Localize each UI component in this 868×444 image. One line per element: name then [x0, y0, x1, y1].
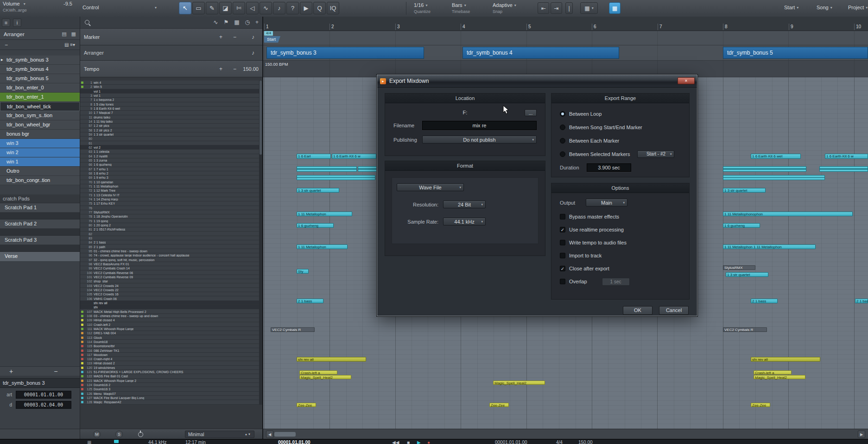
tempo-event[interactable]: 150.00 BPM: [265, 62, 288, 67]
arranger-lane[interactable]: tdr_symb_bonus 3 tdr_symb_bonus 4 tdr_sy…: [263, 45, 868, 61]
track-row[interactable]: 3 vol 1: [80, 94, 262, 98]
audio-clip[interactable]: Zee-Zee: [751, 403, 770, 407]
split-view-button[interactable]: |: [565, 2, 573, 14]
audio-clip[interactable]: [723, 166, 806, 172]
arranger-section-item[interactable]: tdr_bon_enter_0: [0, 83, 80, 93]
control-selector[interactable]: Control ▾: [82, 5, 157, 10]
output-dropdown[interactable]: Main ▾: [586, 199, 627, 206]
audio-clip[interactable]: Crash-left a: [299, 370, 337, 375]
track-row[interactable]: 71 1 11 Metallophon: [80, 184, 262, 188]
track-row[interactable]: 67 1 7 erhu 1: [80, 167, 262, 171]
timeline-ruler[interactable]: 1 2 3 4 5 6 7 8 9 10: [263, 17, 868, 31]
audio-clip[interactable]: VEC2 Cymbals R: [271, 327, 315, 332]
clock-icon[interactable]: ◷: [245, 19, 250, 25]
scroll-right-button[interactable]: ▶: [858, 431, 865, 438]
record-icon[interactable]: ●: [427, 440, 430, 444]
remove-section-button[interactable]: −: [5, 42, 8, 48]
time-display[interactable]: 00001.01.01.00: [278, 440, 310, 444]
overlap-length-field[interactable]: 1 sec: [602, 278, 630, 286]
tempo-remove-icon[interactable]: −: [233, 66, 236, 72]
track-row[interactable]: 79 1 19 gong: [80, 219, 262, 223]
track-row[interactable]: 69 1 9 erhu 3: [80, 175, 262, 180]
marker-flag-icon[interactable]: ⚑: [223, 19, 228, 25]
scroll-left-button[interactable]: ◀: [266, 431, 273, 438]
add-button[interactable]: +: [9, 368, 13, 375]
samplerate-dropdown[interactable]: 44.1 kHz ▾: [443, 218, 486, 225]
track-row[interactable]: 117 Moodown: [80, 353, 262, 357]
export-path[interactable]: F:: [463, 110, 468, 115]
arranger-section-item[interactable]: tdr_symb_bonus 5: [0, 74, 80, 83]
arranger-section-item[interactable]: tdr_bon_sym_s..tion: [0, 111, 80, 120]
track-row[interactable]: 73 1 13 Celesta IV IT: [80, 193, 262, 197]
track-row[interactable]: 65 1 3 zurna: [80, 158, 262, 163]
audio-clip[interactable]: 1 6 guzheng: [297, 223, 334, 228]
track-row[interactable]: 112 DRE1-YAB 004: [80, 331, 262, 335]
option-checkbox-row[interactable]: Import to track: [551, 249, 689, 262]
audio-clip[interactable]: 1 6 Earth Kit 6 w: [332, 154, 376, 159]
track-row[interactable]: 59 1 3 str quartet: [80, 132, 262, 137]
autoscroll-right-button[interactable]: ⇥: [551, 2, 562, 14]
automation-icon[interactable]: ∿: [213, 19, 218, 25]
track-row[interactable]: 64 1 2 nyatiti: [80, 154, 262, 158]
track-row[interactable]: 14 1 11 big taiko: [80, 119, 262, 124]
track-row[interactable]: 124 Doumb16 2: [80, 383, 262, 387]
marker-music-icon[interactable]: ♪: [252, 34, 254, 40]
audio-clip[interactable]: 1 11 Metallophon: [297, 212, 352, 216]
track-scrollbar[interactable]: [259, 81, 262, 405]
menu-icon[interactable]: ≡: [2, 19, 10, 27]
marker-lane-header[interactable]: Marker + − ♪: [80, 29, 262, 45]
arranger-section-item[interactable]: bonus bgr: [0, 130, 80, 139]
audio-clip[interactable]: 2 1 bass: [751, 299, 778, 303]
track-row[interactable]: 121 51-FIREWORKS + LARGE EXPLOSIONS, CRO…: [80, 370, 262, 374]
track-row[interactable]: 1 win 4: [80, 81, 262, 85]
audio-clip[interactable]: 2 1 bas: [855, 299, 868, 303]
options-icon[interactable]: ▤ ≡▾: [64, 42, 75, 47]
mute-tool[interactable]: ◁: [246, 2, 259, 14]
track-row[interactable]: 10 1 7 Magical 7: [80, 111, 262, 115]
track-row[interactable]: 78 1 18 Jinghu Operaviolin: [80, 214, 262, 219]
remove-button[interactable]: −: [54, 368, 57, 375]
arranger-section-item[interactable]: tdr_bon_congr..tion: [0, 176, 80, 185]
remove-marker-icon[interactable]: −: [233, 34, 236, 40]
track-row[interactable]: 102 shop_star: [80, 279, 262, 283]
track-row[interactable]: 103 VEC2 Crowds 24: [80, 283, 262, 288]
arranger-section[interactable]: tdr_symb_bonus 5: [723, 47, 868, 59]
tempo-add-icon[interactable]: +: [219, 66, 222, 72]
song-page-button[interactable]: Song▾: [817, 5, 832, 10]
marker-lane[interactable]: 4/4 Start: [263, 31, 868, 45]
audio-clip[interactable]: 1 11 Metallophon 1 11 Metallophon: [723, 244, 816, 249]
selected-section-name[interactable]: tdr_symb_bonus 3: [0, 378, 80, 388]
grid-icon[interactable]: ▦: [87, 440, 91, 444]
start-marker-flag[interactable]: Start: [264, 36, 280, 43]
arranger-section[interactable]: tdr_symb_bonus 4: [463, 47, 619, 59]
power-icon[interactable]: [138, 432, 143, 437]
search-icon[interactable]: [85, 20, 89, 25]
track-row[interactable]: vol 1: [80, 89, 262, 94]
audio-clip[interactable]: [297, 166, 357, 172]
resolution-dropdown[interactable]: 24 Bit ▾: [443, 200, 486, 208]
track-row[interactable]: 8 1 5 clay tones: [80, 102, 262, 106]
track-row[interactable]: 72 1 12 Mark Tree: [80, 188, 262, 193]
bend-tool[interactable]: ∿: [260, 2, 272, 14]
list-icon[interactable]: ▤: [62, 31, 66, 37]
track-row[interactable]: 7 1 c begonna 2: [80, 98, 262, 102]
checkbox[interactable]: [560, 266, 565, 271]
track-row[interactable]: sfx rev all: [80, 301, 262, 305]
arranger-section-item[interactable]: win 1: [0, 157, 80, 167]
audio-clip[interactable]: sfx rev all: [751, 357, 820, 362]
timebase-dropdown[interactable]: Bars▾ Timebase: [452, 1, 488, 14]
play-icon[interactable]: ▶: [417, 440, 421, 444]
track-scrollbar-thumb[interactable]: [260, 81, 262, 155]
scratch-pad-preview[interactable]: [0, 213, 80, 219]
scratch-pad-item[interactable]: Scratch Pad 2: [0, 219, 80, 229]
audio-clip[interactable]: sfx rev all: [297, 357, 366, 362]
ok-button[interactable]: OK: [623, 306, 653, 315]
transport-tempo[interactable]: 150.00: [578, 440, 593, 444]
listen-tool[interactable]: ♪: [273, 2, 285, 14]
tempo-value[interactable]: 150.00: [243, 66, 259, 72]
publishing-dropdown[interactable]: Do not publish ▾: [422, 136, 537, 144]
track-row[interactable]: 123 MACK Whoosh Rope Large 2: [80, 379, 262, 383]
track-row[interactable]: 126 Menu_Magic07: [80, 392, 262, 396]
export-range-option[interactable]: Between Selected Markers Start - #2▾: [551, 147, 689, 161]
track-row[interactable]: 68 1 8 erhu 2: [80, 171, 262, 175]
